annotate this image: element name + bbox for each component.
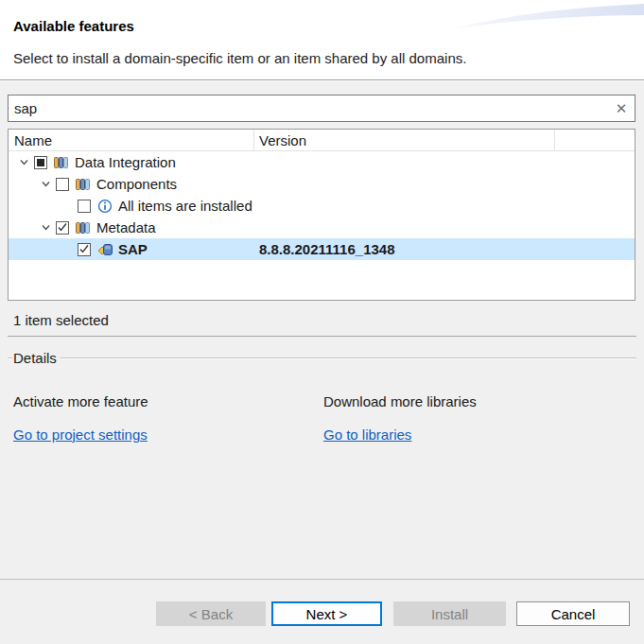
details-group-header: Details — [8, 350, 636, 366]
feature-checkbox[interactable] — [78, 200, 91, 213]
table-row[interactable]: SAP8.8.8.20211116_1348 — [9, 238, 635, 260]
table-row[interactable]: All items are installed — [9, 195, 635, 217]
table-row[interactable]: Components — [9, 173, 635, 195]
feature-name: All items are installed — [118, 198, 252, 214]
component-icon — [97, 242, 113, 257]
columns-icon — [76, 177, 92, 192]
next-button[interactable]: Next > — [271, 601, 382, 626]
go-to-libraries-link[interactable]: Go to libraries — [323, 426, 411, 443]
table-row[interactable]: Data Integration — [9, 151, 635, 173]
feature-tree: Data IntegrationComponentsAll items are … — [9, 151, 635, 260]
features-table: Name Version Data IntegrationComponentsA… — [8, 129, 635, 301]
feature-checkbox[interactable] — [56, 178, 69, 191]
feature-filter-box: ✕ — [8, 95, 635, 122]
feature-name: Components — [96, 176, 177, 192]
search-input[interactable] — [9, 96, 608, 121]
activate-feature-heading: Activate more feature — [13, 393, 148, 409]
table-row[interactable]: Metadata — [9, 217, 635, 238]
page-subtitle: Select to install a domain-specific item… — [13, 50, 466, 66]
column-divider — [554, 130, 555, 151]
group-border — [60, 357, 636, 359]
separator — [8, 336, 636, 337]
feature-name: Metadata — [96, 219, 156, 235]
install-button: Install — [393, 601, 506, 626]
page-title: Available features — [13, 18, 134, 34]
column-divider — [253, 130, 254, 151]
go-to-project-settings-link[interactable]: Go to project settings — [13, 426, 148, 443]
chevron-down-icon[interactable] — [36, 220, 56, 235]
table-header: Name Version — [9, 130, 635, 151]
indent-spacer — [58, 199, 78, 214]
back-button: < Back — [156, 601, 266, 626]
column-header-name[interactable]: Name — [14, 132, 52, 148]
info-icon — [97, 199, 113, 214]
clear-search-icon[interactable]: ✕ — [608, 100, 635, 117]
wizard-banner: Available features Select to install a d… — [0, 0, 644, 80]
download-libraries-heading: Download more libraries — [323, 393, 477, 409]
details-group-label: Details — [12, 350, 60, 366]
columns-icon — [54, 155, 70, 170]
feature-name: Data Integration — [75, 154, 176, 170]
columns-icon — [76, 220, 92, 235]
indent-spacer — [58, 242, 78, 257]
cancel-button[interactable]: Cancel — [516, 601, 630, 626]
separator — [0, 579, 644, 580]
feature-checkbox[interactable] — [78, 243, 91, 256]
banner-decoration — [455, 0, 644, 32]
chevron-down-icon[interactable] — [14, 155, 34, 170]
feature-name: SAP — [118, 241, 148, 257]
feature-checkbox[interactable] — [56, 221, 69, 235]
feature-checkbox[interactable] — [34, 156, 47, 169]
feature-version: 8.8.8.20211116_1348 — [259, 241, 395, 257]
selection-status: 1 item selected — [13, 312, 109, 328]
chevron-down-icon[interactable] — [36, 177, 56, 192]
column-header-version[interactable]: Version — [259, 132, 306, 148]
